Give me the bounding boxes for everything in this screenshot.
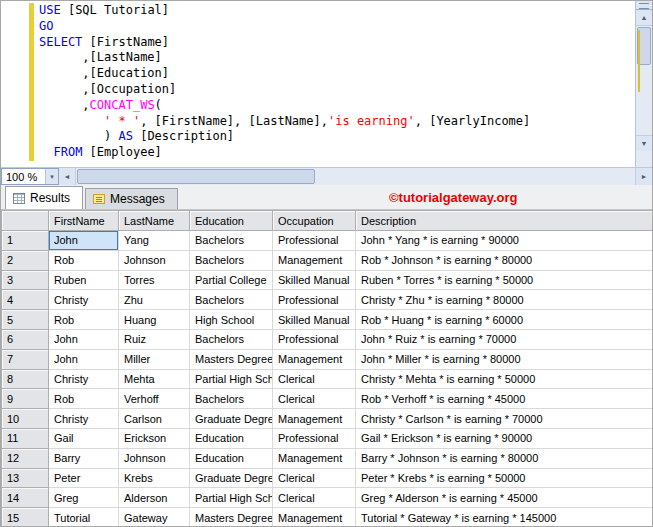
row-number[interactable]: 7 (2, 349, 49, 369)
row-number[interactable]: 14 (2, 488, 49, 508)
code-line[interactable]: ) AS [Description] (39, 129, 632, 145)
grid-cell[interactable]: Christy (49, 290, 119, 310)
grid-cell[interactable]: Rob (49, 310, 119, 330)
row-number[interactable]: 2 (2, 250, 49, 270)
grid-cell[interactable]: Carlson (119, 409, 190, 429)
row-number[interactable]: 10 (2, 409, 49, 429)
sql-editor[interactable]: USE [SQL Tutorial]GOSELECT [FirstName] ,… (1, 1, 652, 167)
grid-cell[interactable]: Clerical (273, 468, 356, 488)
grid-cell[interactable]: Management (273, 448, 356, 468)
grid-cell[interactable]: Partial College (190, 270, 273, 290)
grid-cell[interactable]: Graduate Degree (190, 468, 273, 488)
scroll-right-icon[interactable]: ► (635, 168, 652, 185)
grid-cell[interactable]: Clerical (273, 369, 356, 389)
grid-cell[interactable]: Rob (49, 389, 119, 409)
grid-cell[interactable]: High School (190, 310, 273, 330)
row-number[interactable]: 9 (2, 389, 49, 409)
grid-cell[interactable]: Mehta (119, 369, 190, 389)
grid-cell[interactable]: Bachelors (190, 329, 273, 349)
grid-cell[interactable]: Christy (49, 409, 119, 429)
grid-cell[interactable]: Skilled Manual (273, 270, 356, 290)
tab-results[interactable]: Results (5, 186, 83, 209)
grid-cell[interactable]: Education (190, 448, 273, 468)
grid-cell[interactable]: Krebs (119, 468, 190, 488)
grid-cell[interactable]: Barry * Johnson * is earning * 80000 (356, 448, 653, 468)
grid-cell[interactable]: Peter * Krebs * is earning * 50000 (356, 468, 653, 488)
grid-cell[interactable]: Ruben (49, 270, 119, 290)
grid-cell[interactable]: John (49, 231, 119, 251)
grid-cell[interactable]: Erickson (119, 428, 190, 448)
grid-cell[interactable]: Verhoff (119, 389, 190, 409)
code-line[interactable]: ,[Occupation] (39, 82, 632, 98)
grid-cell[interactable]: Rob * Huang * is earning * 60000 (356, 310, 653, 330)
grid-cell[interactable]: Bachelors (190, 389, 273, 409)
grid-cell[interactable]: Management (273, 508, 356, 527)
row-number[interactable]: 11 (2, 428, 49, 448)
row-number[interactable]: 1 (2, 231, 49, 251)
grid-cell[interactable]: Management (273, 349, 356, 369)
tab-messages[interactable]: Messages (85, 188, 178, 209)
grid-cell[interactable]: Yang (119, 231, 190, 251)
grid-cell[interactable]: Bachelors (190, 231, 273, 251)
horizontal-scroll-thumb[interactable] (77, 169, 315, 184)
editor-vertical-scrollbar[interactable]: ▲ ▼ (635, 1, 652, 167)
code-line[interactable]: USE [SQL Tutorial] (39, 3, 632, 19)
grid-cell[interactable]: Tutorial * Gateway * is earning * 145000 (356, 508, 653, 527)
grid-cell[interactable]: Rob * Johnson * is earning * 80000 (356, 250, 653, 270)
editor-horizontal-scrollbar[interactable]: ◄ ► (59, 168, 652, 185)
row-number[interactable]: 12 (2, 448, 49, 468)
grid-cell[interactable]: Bachelors (190, 290, 273, 310)
grid-cell[interactable]: Ruben * Torres * is earning * 50000 (356, 270, 653, 290)
grid-cell[interactable]: Christy (49, 369, 119, 389)
code-line[interactable]: ' * ', [FirstName], [LastName],'is earni… (39, 114, 632, 130)
grid-cell[interactable]: Peter (49, 468, 119, 488)
zoom-level-select[interactable]: 100 % ▼ (1, 168, 59, 185)
row-number[interactable]: 3 (2, 270, 49, 290)
grid-cell[interactable]: John (49, 349, 119, 369)
grid-cell[interactable]: Gail * Erickson * is earning * 90000 (356, 428, 653, 448)
grid-cell[interactable]: Greg (49, 488, 119, 508)
grid-cell[interactable]: John * Yang * is earning * 90000 (356, 231, 653, 251)
grid-cell[interactable]: Rob (49, 250, 119, 270)
row-number[interactable]: 4 (2, 290, 49, 310)
grid-cell[interactable]: Graduate Degree (190, 409, 273, 429)
grid-cell[interactable]: Alderson (119, 488, 190, 508)
grid-cell[interactable]: Management (273, 250, 356, 270)
vertical-scroll-track[interactable] (636, 26, 652, 135)
code-line[interactable]: ,[Education] (39, 66, 632, 82)
code-line[interactable]: FROM [Employee] (39, 145, 632, 161)
grid-cell[interactable]: Gail (49, 428, 119, 448)
code-line[interactable]: ,[LastName] (39, 50, 632, 66)
row-number[interactable]: 5 (2, 310, 49, 330)
grid-cell[interactable]: Masters Degree (190, 349, 273, 369)
grid-cell[interactable]: Christy * Zhu * is earning * 80000 (356, 290, 653, 310)
scroll-up-icon[interactable]: ▲ (636, 10, 652, 26)
scroll-down-icon[interactable]: ▼ (636, 135, 652, 151)
column-header-firstname[interactable]: FirstName (49, 211, 119, 231)
grid-cell[interactable]: Clerical (273, 389, 356, 409)
grid-cell[interactable]: Clerical (273, 488, 356, 508)
grid-cell[interactable]: Partial High School (190, 369, 273, 389)
code-line[interactable]: ,CONCAT_WS( (39, 98, 632, 114)
column-header-education[interactable]: Education (190, 211, 273, 231)
grid-cell[interactable]: Miller (119, 349, 190, 369)
row-number[interactable]: 15 (2, 508, 49, 527)
grid-cell[interactable]: Tutorial (49, 508, 119, 527)
select-all-corner[interactable] (2, 211, 49, 231)
column-header-occupation[interactable]: Occupation (273, 211, 356, 231)
grid-cell[interactable]: Management (273, 409, 356, 429)
grid-cell[interactable]: John * Miller * is earning * 80000 (356, 349, 653, 369)
grid-cell[interactable]: Professional (273, 290, 356, 310)
grid-cell[interactable]: Huang (119, 310, 190, 330)
splitter-handle[interactable] (636, 1, 652, 10)
grid-cell[interactable]: Education (190, 428, 273, 448)
grid-cell[interactable]: Gateway (119, 508, 190, 527)
scroll-left-icon[interactable]: ◄ (59, 168, 76, 185)
code-line[interactable]: SELECT [FirstName] (39, 35, 632, 51)
grid-cell[interactable]: Johnson (119, 448, 190, 468)
grid-cell[interactable]: Skilled Manual (273, 310, 356, 330)
row-number[interactable]: 6 (2, 329, 49, 349)
grid-cell[interactable]: Bachelors (190, 250, 273, 270)
grid-cell[interactable]: Masters Degree (190, 508, 273, 527)
horizontal-scroll-track[interactable] (76, 168, 635, 185)
